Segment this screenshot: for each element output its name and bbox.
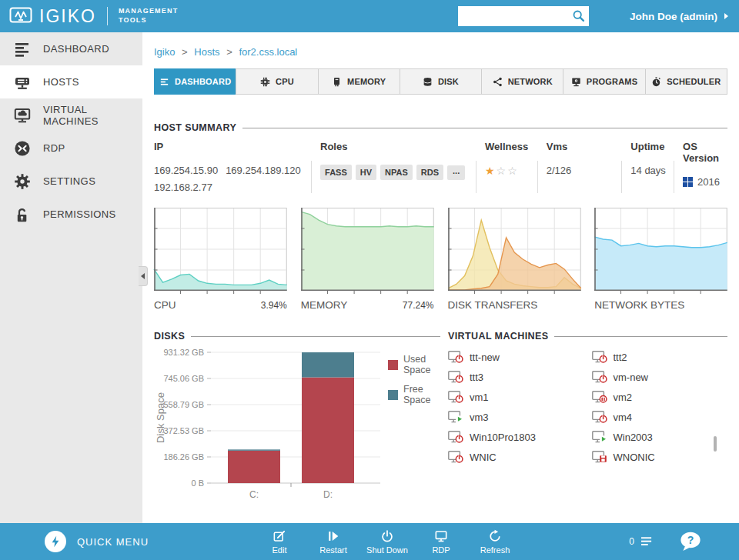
sidebar-item-dashboard[interactable]: DASHBOARD — [0, 32, 142, 65]
sidebar-item-label: PERMISSIONS — [43, 208, 116, 220]
role-badge: HV — [356, 165, 376, 180]
ip-values: 169.254.15.90 169.254.189.120 192.168.2.… — [154, 165, 303, 193]
sidebar-item-virtual-machines[interactable]: VIRTUAL MACHINES — [0, 98, 142, 132]
tab-label: DISK — [438, 77, 459, 86]
ip-address: 192.168.2.77 — [154, 182, 212, 193]
cpu-chart-title: CPU — [154, 299, 176, 311]
edit-button[interactable]: Edit — [252, 523, 306, 560]
sidebar-item-label: DASHBOARD — [43, 43, 109, 55]
vm-name: Win10Pro1803 — [470, 432, 536, 443]
brand-subtitle: MANAGEMENT TOOLS — [119, 7, 179, 25]
brand-logo[interactable]: IGIKO MANAGEMENT TOOLS — [9, 0, 178, 32]
roles-label: Roles — [320, 141, 468, 152]
tab-label: DASHBOARD — [175, 77, 231, 86]
tab-network[interactable]: NETWORK — [481, 68, 563, 95]
ip-address: 169.254.15.90 — [154, 165, 218, 176]
sidebar-item-rdp[interactable]: RDP — [0, 132, 142, 165]
search-icon[interactable] — [572, 9, 586, 23]
mini-charts-row: CPU 3.94% MEMORY 77.24% DISK TRANSFERS — [154, 208, 727, 311]
disks-chart-row: 0 B186.26 GB372.53 GB558.79 GB745.06 GB9… — [154, 342, 440, 509]
sidebar-item-settings[interactable]: SETTINGS — [0, 165, 142, 198]
network-bytes-chart — [594, 208, 727, 291]
vm-name: vm1 — [470, 392, 489, 403]
tab-programs[interactable]: PROGRAMS — [563, 68, 645, 95]
tab-cpu[interactable]: CPU — [236, 68, 318, 95]
open-padlock-icon — [13, 205, 32, 224]
dashboard-icon — [13, 40, 32, 58]
svg-text:372.53 GB: 372.53 GB — [163, 426, 204, 435]
vm-item[interactable]: Win10Pro1803 — [448, 431, 584, 443]
vm-list-scrollbar[interactable] — [714, 436, 717, 452]
dashboard-icon — [159, 77, 169, 87]
vm-item[interactable]: vm3 — [448, 411, 584, 423]
legend-item-used-space: Used Space — [388, 354, 440, 375]
disks-section: DISKS 0 B186.26 GB372.53 GB558.79 GB745.… — [154, 331, 440, 509]
refresh-icon — [488, 529, 502, 543]
vm-item[interactable]: WNONIC — [592, 451, 728, 463]
vm-item[interactable]: vm1 — [448, 391, 584, 403]
quick-menu-button[interactable]: QUICK MENU — [45, 523, 149, 560]
tab-memory[interactable]: MEMORY — [318, 68, 400, 95]
breadcrumb-hosts[interactable]: Hosts — [194, 46, 219, 58]
vm-name: ttt3 — [470, 372, 483, 383]
restart-button[interactable]: Restart — [306, 523, 360, 560]
cpu-chart — [154, 208, 287, 291]
vm-name: WNONIC — [614, 452, 655, 463]
role-badge: FASS — [320, 165, 352, 180]
vm-monitor-icon — [448, 351, 463, 363]
tab-scheduler[interactable]: SCHEDULER — [645, 68, 727, 95]
vm-name: Win2003 — [614, 432, 653, 443]
vm-item[interactable]: Win2003 — [592, 431, 728, 443]
breadcrumb-separator: > — [226, 46, 232, 58]
disk-transfers-chart-card: DISK TRANSFERS — [448, 208, 581, 311]
section-rule — [242, 128, 727, 128]
legend-item-free-space: Free Space — [388, 384, 440, 405]
memory-chart-value: 77.24% — [403, 300, 434, 311]
legend-label: Free Space — [403, 384, 440, 405]
tab-disk[interactable]: DISK — [400, 68, 482, 95]
sidebar-item-label: HOSTS — [43, 76, 79, 88]
help-button[interactable]: ? — [679, 532, 702, 555]
vm-item[interactable]: WNIC — [448, 451, 584, 463]
breadcrumb-host-name[interactable]: for2.css.local — [239, 46, 297, 58]
sidebar-item-hosts[interactable]: HOSTS — [0, 65, 142, 98]
refresh-button[interactable]: Refresh — [468, 523, 522, 560]
user-name: John Doe (admin) — [630, 11, 717, 22]
bottom-row: DISKS 0 B186.26 GB372.53 GB558.79 GB745.… — [154, 331, 727, 509]
vm-item[interactable]: ttt2 — [592, 351, 728, 363]
sidebar-item-label: VIRTUAL MACHINES — [43, 104, 142, 127]
search-input[interactable] — [464, 11, 572, 22]
summary-col-roles: Roles FASS HV NPAS RDS ... — [311, 141, 476, 193]
svg-text:931.32 GB: 931.32 GB — [163, 348, 204, 357]
breadcrumb-igiko[interactable]: Igiko — [154, 46, 175, 58]
gear-icon — [13, 172, 32, 191]
brand-divider — [107, 7, 108, 25]
vm-name: WNIC — [470, 452, 497, 463]
rdp-button[interactable]: RDP — [414, 523, 468, 560]
vm-item[interactable]: ttt3 — [448, 371, 584, 383]
vm-item[interactable]: vm-new — [592, 371, 728, 383]
rdp-label: RDP — [432, 545, 450, 555]
sidebar-collapse-handle[interactable] — [139, 266, 148, 286]
disks-legend: Used Space Free Space — [388, 354, 440, 509]
sidebar-item-permissions[interactable]: PERMISSIONS — [0, 198, 142, 231]
tab-label: PROGRAMS — [587, 77, 637, 86]
caret-right-icon — [724, 13, 728, 19]
uptime-value: 14 days — [630, 165, 666, 176]
search-box — [458, 6, 589, 26]
svg-text:745.06 GB: 745.06 GB — [163, 374, 204, 383]
notification-count: 0 — [629, 536, 634, 547]
shut-down-button[interactable]: Shut Down — [360, 523, 414, 560]
vm-item[interactable]: vm2 — [592, 391, 728, 403]
memory-chart-card: MEMORY 77.24% — [301, 208, 434, 311]
vm-item[interactable]: vm4 — [592, 411, 728, 423]
roles-more-badge[interactable]: ... — [447, 165, 465, 180]
breadcrumb-separator: > — [182, 46, 188, 58]
tab-dashboard[interactable]: DASHBOARD — [154, 68, 236, 95]
ip-address: 169.254.189.120 — [226, 165, 301, 176]
user-menu[interactable]: John Doe (admin) — [630, 0, 728, 32]
role-badges: FASS HV NPAS RDS ... — [320, 165, 468, 180]
vm-item[interactable]: ttt-new — [448, 351, 584, 363]
notifications-button[interactable]: 0 — [629, 523, 653, 560]
tab-label: CPU — [276, 77, 294, 86]
